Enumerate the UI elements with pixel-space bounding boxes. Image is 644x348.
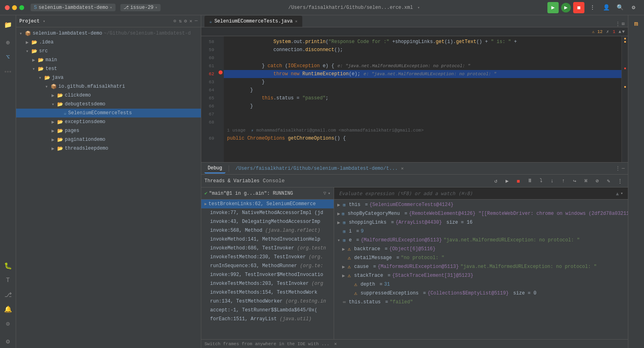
- settings-button[interactable]: ⚙: [628, 2, 639, 13]
- editor-tab-main[interactable]: ☕ SeleniumECommerceTests.java ✕: [204, 16, 302, 27]
- debug-run-button[interactable]: ▶: [561, 3, 571, 12]
- locate-icon[interactable]: ⊙: [173, 18, 176, 24]
- stop-debug-button[interactable]: ◼: [514, 176, 523, 186]
- sidebar-icon-terminal[interactable]: T: [2, 274, 14, 287]
- tree-item-selenium-file[interactable]: ☕ SeleniumECommerceTests: [16, 109, 201, 117]
- thread-item-1[interactable]: invoke:77, NativeMethodAccessorImpl (jd: [201, 208, 334, 217]
- thread-item-6[interactable]: invokeTestMethod:230, TestInvoker (org.: [201, 253, 334, 262]
- project-settings-icon[interactable]: ⚙: [184, 18, 187, 24]
- resume-button[interactable]: ▶: [502, 176, 512, 186]
- folder-icon-idea: 📂: [31, 39, 37, 45]
- debug-minimize-icon[interactable]: —: [622, 166, 625, 171]
- thread-item-9[interactable]: invokeTestMethods:203, TestInvoker (org: [201, 279, 334, 288]
- expression-bar[interactable]: Evaluate expression (⌥F8) or add a watch…: [334, 187, 628, 200]
- chevron-up-icon[interactable]: ▲: [619, 29, 621, 34]
- project-selector[interactable]: S selenium-lambdatest-demo ▾: [31, 4, 116, 11]
- run-button[interactable]: ▶: [547, 2, 559, 13]
- thread-item-8[interactable]: invoke:992, TestInvoker$MethodInvocatio: [201, 270, 334, 279]
- sidebar-icon-commit[interactable]: ⊕: [2, 36, 14, 49]
- tree-item-debugtestsdemo[interactable]: ▾ 📂 debugtestsdemo: [16, 100, 201, 109]
- tree-item-threadsleep[interactable]: ▶ 📂 threadsleepdemo: [16, 144, 201, 153]
- close-project-icon[interactable]: ✕: [190, 18, 192, 24]
- sidebar-icon-debug[interactable]: 🐛: [2, 259, 14, 272]
- sidebar-icon-history[interactable]: ⊙: [2, 317, 14, 330]
- var-item-suppressed[interactable]: ▶ ⚠ suppressedExceptions = {Collections$…: [334, 289, 628, 298]
- tree-item-clickdemo[interactable]: ▶ 📂 clickdemo: [16, 91, 201, 100]
- tree-item-test[interactable]: ▾ 📂 test: [16, 64, 201, 73]
- tree-item-exceptionsdemo[interactable]: ▶ 📂 exceptionsdemo: [16, 117, 201, 126]
- var-item-detail[interactable]: ▶ ⚠ detailMessage = "no protocol: ": [334, 253, 628, 262]
- filter-dropdown-icon[interactable]: ▾: [328, 191, 330, 196]
- editor-more-icon[interactable]: ⋮: [615, 21, 620, 27]
- sidebar-icon-folder[interactable]: 📁: [2, 19, 14, 31]
- tree-item-pages[interactable]: ▶ 📂 pages: [16, 126, 201, 135]
- maximize-button[interactable]: [19, 5, 24, 10]
- close-button[interactable]: [5, 5, 10, 10]
- chevron-down-icon[interactable]: ▼: [622, 29, 625, 34]
- stop-button[interactable]: ◼: [573, 2, 584, 13]
- pause-button[interactable]: ⏸: [525, 176, 535, 186]
- thread-item-13[interactable]: forEach:1511, ArrayList (java.util): [201, 315, 334, 323]
- tree-item-root[interactable]: ▾ 📦 selenium-lambdatest-demo ~/Github/se…: [16, 29, 201, 38]
- sidebar-icon-git[interactable]: ⎇: [2, 288, 14, 301]
- tree-item-pagination[interactable]: ▶ 📂 paginationdemo: [16, 135, 201, 144]
- minimize-project-icon[interactable]: —: [195, 18, 198, 24]
- tree-item-main[interactable]: ▶ 📂 main: [16, 56, 201, 64]
- var-item-this[interactable]: ▶ ⊞ this = {SeleniumECommerceTests@4124}: [334, 200, 628, 209]
- debug-tab-debug[interactable]: Debug: [204, 164, 225, 173]
- thread-item-4[interactable]: invokeMethod:141, MethodInvocationHelp: [201, 235, 334, 244]
- var-item-status[interactable]: ▶ ∞ this.status = "failed": [334, 298, 628, 307]
- expr-dropdown-icon[interactable]: ▾: [620, 191, 623, 196]
- var-item-backtrace[interactable]: ▶ ⚠ backtrace = {Object[6]@5116}: [334, 245, 628, 253]
- session-close-icon[interactable]: ✕: [401, 166, 404, 171]
- editor-split-icon[interactable]: ⊞: [622, 21, 625, 27]
- thread-item-0[interactable]: ▶ testBrokenLinks:62, SeleniumECommerce: [201, 200, 334, 208]
- thread-item-10[interactable]: invokeTestMethods:154, TestMethodWork: [201, 288, 334, 297]
- step-over-button[interactable]: ⤵: [536, 176, 546, 186]
- var-item-i[interactable]: ▶ ⊞ i = 9: [334, 227, 628, 236]
- account-button[interactable]: 👤: [601, 2, 612, 13]
- tab-close-button[interactable]: ✕: [295, 19, 297, 24]
- filter-icon[interactable]: ▽: [323, 190, 326, 196]
- var-item-cause[interactable]: ▶ ⚠ cause = {MalformedURLException@5113}…: [334, 262, 628, 271]
- tree-item-idea[interactable]: ▶ 📂 .idea: [16, 38, 201, 47]
- thread-item-5[interactable]: invokeMethod:686, TestInvoker (org.testn: [201, 244, 334, 253]
- edit-breakpoints-button[interactable]: ✎: [604, 176, 613, 186]
- mute-breakpoints-button[interactable]: ⊘: [592, 176, 602, 186]
- step-out-button[interactable]: ↑: [559, 176, 568, 186]
- tree-item-io[interactable]: ▾ 📦 io.github.mfaisalkhatri: [16, 82, 201, 91]
- right-tool-m[interactable]: m: [631, 19, 642, 30]
- var-item-stacktrace[interactable]: ▶ ⚠ stackTrace = {StackTraceElement[31]@…: [334, 271, 628, 280]
- tree-item-java[interactable]: ▾ 📂 java: [16, 73, 201, 82]
- debug-more-icon[interactable]: ⋮: [615, 165, 620, 171]
- search-everywhere-button[interactable]: 🔍: [614, 2, 625, 13]
- var-item-depth[interactable]: ▶ ⚠ depth = 31: [334, 280, 628, 289]
- sidebar-icon-structure[interactable]: ⌥: [2, 51, 14, 64]
- var-item-links[interactable]: ▶ ⊞ shoppingLinks = {ArrayList@4430} siz…: [334, 218, 628, 227]
- tree-label-selenium: SeleniumECommerceTests: [68, 110, 132, 116]
- thread-item-7[interactable]: runInSequence:63, MethodRunner (org.te:: [201, 262, 334, 270]
- sidebar-icon-more[interactable]: ●●●: [2, 65, 14, 78]
- sidebar-icon-settings[interactable]: ⚙: [2, 335, 14, 348]
- minimize-button[interactable]: [12, 5, 17, 10]
- restart-button[interactable]: ↺: [491, 176, 501, 186]
- status-close-icon[interactable]: ✕: [334, 341, 337, 346]
- sidebar-icon-notifications[interactable]: 🔔: [2, 303, 14, 316]
- thread-item-2[interactable]: invoke:43, DelegatingMethodAccessorImp: [201, 217, 334, 226]
- var-item-e[interactable]: ▾ ⊞ e = {MalformedURLException@5113} "ja…: [334, 236, 628, 245]
- run-to-cursor-button[interactable]: ↪: [570, 176, 580, 186]
- expand-all-icon[interactable]: ⇅: [179, 18, 182, 24]
- step-into-button[interactable]: ↓: [547, 176, 557, 186]
- more-actions-button[interactable]: ⋮: [587, 2, 598, 13]
- thread-item-3[interactable]: invoke:568, Method (java.lang.reflect): [201, 226, 334, 235]
- thread-item-12[interactable]: accept:-1, TestRunner$$Lambda$645/0x(: [201, 306, 334, 315]
- console-tab[interactable]: Console: [269, 176, 279, 186]
- thread-item-11[interactable]: run:134, TestMethodWorker (org.testng.in: [201, 297, 334, 306]
- expr-collapse-icon[interactable]: ▲: [616, 191, 619, 196]
- tree-item-src[interactable]: ▾ 📂 src: [16, 47, 201, 56]
- branch-selector[interactable]: ⎇ issue-29 ▾: [120, 4, 161, 11]
- git-usage-text: 1 usage: [227, 128, 251, 133]
- evaluate-button[interactable]: ⌘: [581, 176, 591, 186]
- var-item-shop[interactable]: ▶ ⊞ shopByCategoryMenu = {RemoteWebEleme…: [334, 209, 628, 218]
- debug-settings-button[interactable]: ⋮: [615, 176, 625, 186]
